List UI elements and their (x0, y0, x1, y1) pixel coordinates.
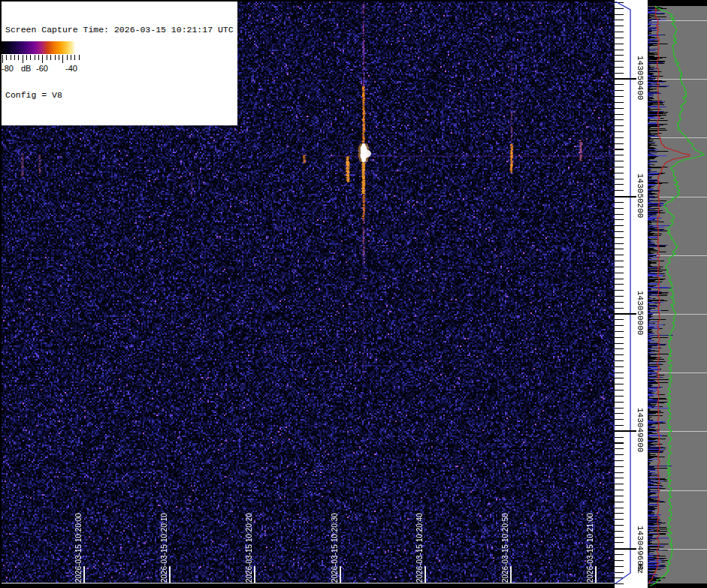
frequency-label: 143049800 (636, 408, 645, 452)
db-scale-label: dB (21, 64, 31, 73)
frequency-major-tick (615, 78, 636, 80)
frequency-major-tick (615, 548, 636, 550)
config-line: Config = V8 (5, 90, 234, 101)
spectrum-graph-panel (648, 0, 707, 588)
db-color-scale: -80dB-60-40 (2, 41, 83, 77)
frequency-major-tick (615, 313, 636, 315)
frequency-unit-label: Hz (636, 564, 645, 574)
capture-time-line: Screen Capture Time: 2026-03-15 10:21:17… (5, 25, 234, 36)
frequency-major-tick (615, 196, 636, 198)
color-gradient-bar (2, 41, 81, 54)
frequency-major-tick (615, 430, 636, 432)
db-scale-ruler: -80dB-60-40 (2, 54, 83, 77)
db-scale-label: -80 (2, 64, 14, 73)
db-scale-label: -60 (36, 64, 48, 73)
db-scale-ticks (2, 55, 82, 63)
frequency-label: 143050200 (636, 173, 645, 218)
spectrum-lab-screen: 2026-03-15 10:20:002026-03-15 10:20:1020… (0, 0, 707, 588)
frequency-axis: 1430504001430502001430500001430498001430… (615, 0, 648, 588)
db-scale-label: -40 (65, 64, 77, 73)
frequency-label: 143050400 (636, 56, 645, 100)
frequency-label: 143050000 (636, 291, 645, 335)
